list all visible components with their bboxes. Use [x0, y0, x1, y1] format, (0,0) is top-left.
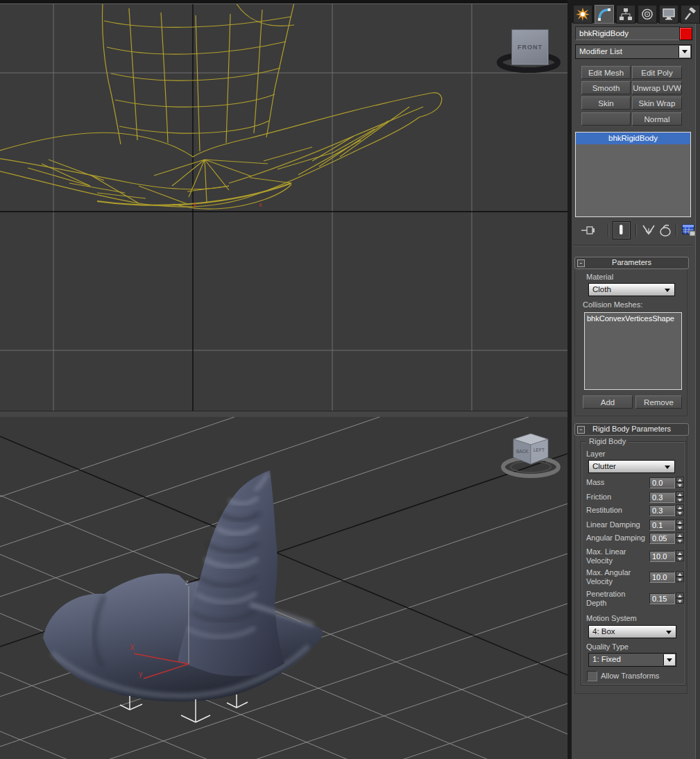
create-icon: [576, 8, 590, 21]
button-normal[interactable]: Normal: [632, 112, 682, 126]
tab-motion[interactable]: [638, 5, 657, 24]
tab-utilities[interactable]: [681, 5, 700, 24]
front-axis-marker-1: x: [193, 201, 196, 208]
tab-create[interactable]: [573, 5, 592, 24]
mass-field[interactable]: 0.0: [649, 477, 675, 488]
viewport-front[interactable]: x x FRONT: [0, 3, 567, 411]
add-button[interactable]: Add: [583, 395, 633, 409]
button-edit-mesh[interactable]: Edit Mesh: [581, 66, 631, 79]
layer-dropdown[interactable]: Clutter: [588, 460, 675, 473]
persp-grid-lines: [0, 417, 567, 759]
modifier-stack-list[interactable]: bhkRigidBody: [575, 132, 691, 217]
restitution-row: Restitution 0.3: [586, 506, 692, 518]
parameters-rollout-header[interactable]: - Parameters: [574, 257, 689, 269]
rigid-body-rollout-header[interactable]: - Rigid Body Parameters: [574, 423, 689, 436]
linear-damping-spinner[interactable]: [676, 519, 684, 531]
restitution-field[interactable]: 0.3: [649, 505, 675, 516]
angular-damping-spinner[interactable]: [676, 532, 684, 544]
friction-row: Friction 0.3: [586, 493, 692, 504]
friction-field[interactable]: 0.3: [649, 492, 675, 503]
max-angular-velocity-field[interactable]: 10.0: [649, 572, 675, 583]
restitution-spinner[interactable]: [676, 504, 684, 516]
material-dropdown[interactable]: Cloth: [588, 283, 675, 296]
stack-item-bhkrigidbody[interactable]: bhkRigidBody: [576, 133, 690, 144]
collapse-icon[interactable]: -: [577, 426, 585, 434]
modify-icon: [597, 8, 611, 21]
chevron-down-icon[interactable]: [678, 46, 690, 58]
display-icon: [662, 8, 676, 21]
axis-z-label: z: [185, 579, 189, 586]
collision-meshes-list[interactable]: bhkConvexVerticesShape: [584, 312, 682, 390]
allow-transforms-label: Allow Transforms: [601, 672, 659, 680]
button-edit-poly[interactable]: Edit Poly: [632, 66, 682, 79]
collision-mesh-item[interactable]: bhkConvexVerticesShape: [587, 314, 681, 323]
button-unwrap-uvw[interactable]: Unwrap UVW: [632, 81, 682, 94]
friction-spinner[interactable]: [676, 491, 684, 503]
penetration-depth-label: Penetration Depth: [586, 590, 640, 608]
motion-system-value: 4: Box: [592, 627, 615, 636]
panel-separator: [573, 245, 692, 246]
rigid-body-group-label: Rigid Body: [586, 437, 629, 445]
quality-type-value: 1: Fixed: [592, 655, 621, 663]
allow-transforms-checkbox[interactable]: [587, 671, 597, 681]
hierarchy-icon: [619, 8, 633, 21]
viewport-column: x x FRONT: [0, 0, 567, 759]
mass-label: Mass: [586, 478, 644, 487]
linear-damping-field[interactable]: 0.1: [649, 520, 675, 531]
toolbar-separator: [635, 223, 637, 237]
collision-meshes-label: Collision Meshes:: [583, 300, 642, 309]
parameters-rollout-title: Parameters: [612, 258, 651, 266]
chevron-down-icon: [665, 289, 670, 292]
show-end-result-toggle[interactable]: [613, 221, 631, 239]
button-smooth[interactable]: Smooth: [581, 81, 631, 94]
axis-x-label: X: [130, 644, 135, 651]
friction-label: Friction: [586, 493, 644, 502]
penetration-depth-spinner[interactable]: [676, 592, 684, 604]
max-angular-velocity-row: Max. Angular Velocity 10.0: [586, 568, 692, 588]
show-end-result-icon: [613, 222, 629, 237]
axis-y-label: y: [139, 670, 142, 678]
panel-scroll-strip[interactable]: [695, 23, 700, 759]
penetration-depth-field[interactable]: 0.15: [649, 593, 675, 604]
material-value: Cloth: [592, 285, 611, 293]
modifier-list-dropdown[interactable]: Modifier List: [575, 44, 692, 59]
angular-damping-label: Angular Damping: [586, 534, 652, 543]
front-axis-marker-2: x: [259, 201, 262, 208]
object-color-swatch[interactable]: [679, 27, 692, 40]
max-angular-velocity-spinner[interactable]: [676, 571, 684, 583]
viewcube-back-label: BACK: [516, 449, 529, 454]
mass-spinner[interactable]: [676, 477, 684, 488]
tab-modify[interactable]: [595, 5, 614, 24]
viewcube-front[interactable]: FRONT: [511, 29, 549, 65]
make-unique-icon[interactable]: [641, 223, 656, 238]
tab-display[interactable]: [659, 5, 678, 24]
remove-modifier-icon[interactable]: [658, 223, 673, 238]
button-empty-slot[interactable]: [581, 112, 631, 126]
max-angular-velocity-label: Max. Angular Velocity: [586, 568, 640, 586]
max-linear-velocity-spinner[interactable]: [676, 550, 684, 562]
toolbar-separator: [676, 223, 677, 237]
viewport-perspective[interactable]: z X y BACK LEFT: [0, 417, 567, 759]
object-name-field[interactable]: bhkRigidBody: [575, 26, 681, 40]
viewcube-front-label: FRONT: [518, 44, 543, 51]
rigid-body-rollout-title: Rigid Body Parameters: [592, 425, 671, 433]
command-panel-tabs: [573, 5, 700, 22]
button-skin-wrap[interactable]: Skin Wrap: [632, 96, 682, 110]
remove-button[interactable]: Remove: [635, 395, 682, 409]
collapse-icon[interactable]: -: [577, 259, 585, 267]
angular-damping-field[interactable]: 0.05: [649, 533, 675, 544]
material-label: Material: [586, 273, 613, 281]
pin-stack-icon[interactable]: [580, 223, 598, 238]
motion-system-dropdown[interactable]: 4: Box: [588, 625, 676, 638]
viewcube-perspective[interactable]: BACK LEFT: [503, 434, 558, 476]
configure-modifier-sets-icon[interactable]: [681, 223, 697, 238]
linear-damping-row: Linear Damping 0.1: [586, 520, 692, 532]
max-linear-velocity-field[interactable]: 10.0: [649, 551, 675, 562]
quality-type-label: Quality Type: [586, 642, 629, 651]
tab-hierarchy[interactable]: [616, 5, 635, 24]
linear-damping-label: Linear Damping: [586, 520, 652, 529]
quality-type-dropdown[interactable]: 1: Fixed: [588, 653, 676, 667]
stack-toolbar: [580, 222, 691, 239]
button-skin[interactable]: Skin: [581, 96, 631, 110]
chevron-down-icon[interactable]: [663, 654, 675, 665]
